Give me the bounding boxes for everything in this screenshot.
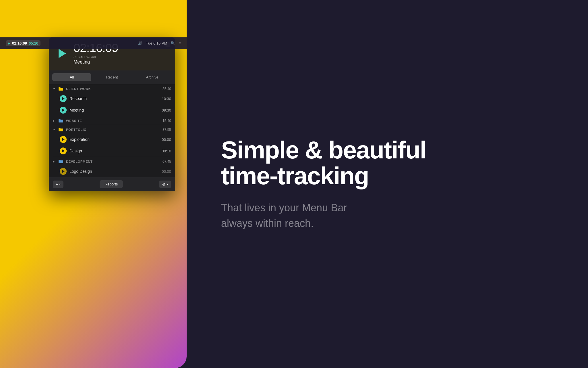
group-client-work-label: CLIENT WORK xyxy=(66,87,160,91)
add-button[interactable]: + ▾ xyxy=(53,181,63,188)
menu-list-icon[interactable]: ≡ xyxy=(179,41,181,45)
play-design-button[interactable] xyxy=(60,147,67,154)
settings-chevron-icon: ▾ xyxy=(167,183,168,186)
task-exploration-label: Exploration xyxy=(69,137,159,142)
right-panel: Simple & beautiful time-tracking That li… xyxy=(187,0,588,368)
play-logo-design-button[interactable] xyxy=(60,168,67,175)
headline-line1: Simple & beautiful xyxy=(221,136,426,164)
task-logo-design-time: 00:00 xyxy=(162,169,171,174)
tabs-bar: All Recent Archive xyxy=(49,70,175,84)
group-portfolio[interactable]: ▼ PORTFOLIO 37:55 xyxy=(49,125,175,134)
play-research-button[interactable] xyxy=(60,95,67,102)
task-meeting[interactable]: Meeting 09:30 xyxy=(49,104,175,116)
group-website-time: 15:40 xyxy=(163,119,171,123)
chevron-down-icon-2: ▼ xyxy=(53,128,56,131)
play-exploration-button[interactable] xyxy=(60,136,67,143)
task-design[interactable]: Design 30:10 xyxy=(49,145,175,157)
folder-development-icon xyxy=(58,159,64,164)
folder-portfolio-icon xyxy=(58,127,64,132)
menu-time-secondary: 05:16 xyxy=(29,41,38,45)
gear-icon: ⚙ xyxy=(162,182,166,187)
left-panel: ▶ 02:16:09 05:16 🔊 Tue 6:16 PM 🔍 ≡ 02:16… xyxy=(0,0,187,368)
timer-task-name: Meeting xyxy=(74,60,169,65)
menu-bar-timer[interactable]: ▶ 02:16:09 05:16 xyxy=(6,40,40,46)
group-development-time: 07:45 xyxy=(163,160,171,164)
app-window: 02:16:09 CLIENT WORK Meeting 📄 All Recen… xyxy=(49,37,175,191)
subheadline-line1: That lives in your Menu Bar xyxy=(221,202,347,214)
plus-icon: + xyxy=(56,182,58,187)
task-research[interactable]: Research 10:30 xyxy=(49,93,175,104)
task-logo-design-label: Logo Design xyxy=(69,169,159,174)
folder-website-icon xyxy=(58,118,64,123)
group-client-work-time: 35:40 xyxy=(163,87,171,91)
subheadline-line2: always within reach. xyxy=(221,217,314,229)
menu-time-main: 02:16:09 xyxy=(12,41,27,45)
menu-play-icon: ▶ xyxy=(8,42,10,45)
headline: Simple & beautiful time-tracking xyxy=(221,137,554,189)
task-research-time: 10:30 xyxy=(162,97,171,101)
add-chevron-icon: ▾ xyxy=(59,183,61,186)
group-website-label: WEBSITE xyxy=(66,119,160,122)
chevron-down-icon: ▼ xyxy=(53,87,56,90)
subheadline: That lives in your Menu Bar always withi… xyxy=(221,200,422,231)
tab-recent[interactable]: Recent xyxy=(92,73,131,81)
menu-bar: ▶ 02:16:09 05:16 🔊 Tue 6:16 PM 🔍 ≡ xyxy=(0,37,187,49)
play-meeting-button[interactable] xyxy=(60,107,67,114)
group-portfolio-label: PORTFOLIO xyxy=(66,128,160,131)
task-design-time: 30:10 xyxy=(162,149,171,153)
volume-icon[interactable]: 🔊 xyxy=(138,41,142,45)
tab-all[interactable]: All xyxy=(52,73,91,81)
task-exploration-time: 00:00 xyxy=(162,137,171,142)
task-logo-design[interactable]: Logo Design 00:00 xyxy=(49,166,175,177)
reports-button[interactable]: Reports xyxy=(100,180,123,188)
project-list: ▼ CLIENT WORK 35:40 Research 10:30 xyxy=(49,84,175,177)
play-triangle-icon xyxy=(59,49,66,58)
search-icon[interactable]: 🔍 xyxy=(171,41,175,45)
group-website[interactable]: ▶ WEBSITE 15:40 xyxy=(49,116,175,125)
chevron-right-icon-2: ▶ xyxy=(53,160,56,163)
timer-project-label: CLIENT WORK xyxy=(74,56,169,59)
task-design-label: Design xyxy=(69,149,159,153)
group-development[interactable]: ▶ DEVELOPMENT 07:45 xyxy=(49,157,175,166)
task-research-label: Research xyxy=(69,96,159,101)
menu-datetime: Tue 6:16 PM xyxy=(146,41,167,45)
group-development-label: DEVELOPMENT xyxy=(66,160,160,163)
folder-client-work-icon xyxy=(58,87,64,91)
group-client-work[interactable]: ▼ CLIENT WORK 35:40 xyxy=(49,84,175,93)
group-portfolio-time: 37:55 xyxy=(163,128,171,132)
task-exploration[interactable]: Exploration 00:00 xyxy=(49,134,175,145)
menu-bar-right: 🔊 Tue 6:16 PM 🔍 ≡ xyxy=(138,41,181,45)
tab-archive[interactable]: Archive xyxy=(133,73,172,81)
task-meeting-time: 09:30 xyxy=(162,108,171,112)
headline-line2: time-tracking xyxy=(221,162,369,189)
bottom-bar: + ▾ Reports ⚙ ▾ xyxy=(49,177,175,191)
task-meeting-label: Meeting xyxy=(69,108,159,112)
settings-button[interactable]: ⚙ ▾ xyxy=(159,181,171,188)
chevron-right-icon: ▶ xyxy=(53,119,56,122)
